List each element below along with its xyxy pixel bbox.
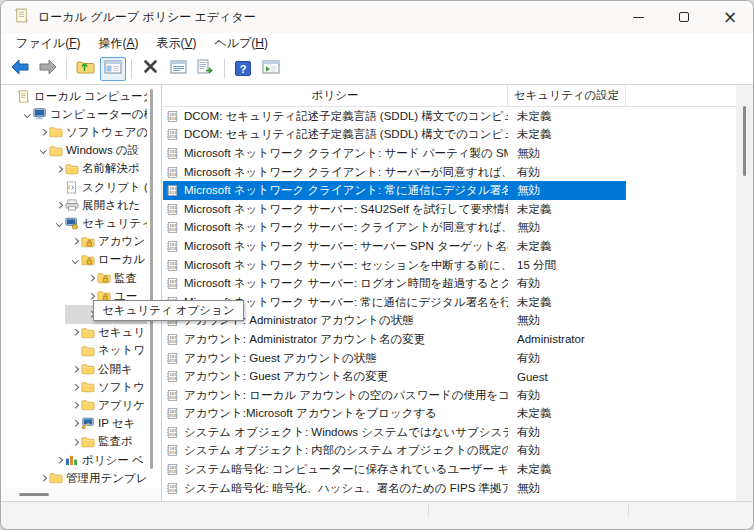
new-window-button[interactable]: [258, 57, 284, 81]
chevron-right-icon[interactable]: [69, 330, 81, 335]
tree-item-3[interactable]: ソフトウェアの設: [1, 123, 147, 141]
tree-item-8[interactable]: セキュリティ(: [1, 214, 147, 232]
policy-row-1[interactable]: 101010DCOM: セキュリティ記述子定義言語 (SDDL) 構文でのコンピ…: [163, 107, 626, 126]
console-tree-button[interactable]: [100, 57, 126, 81]
policy-icon: 101010: [166, 240, 180, 253]
list-header: ポリシー セキュリティの設定: [163, 85, 736, 107]
chevron-down-icon[interactable]: [69, 258, 81, 263]
tree-item-17[interactable]: ソフトウ: [1, 378, 147, 396]
folder-icon: [81, 345, 98, 357]
policy-row-16[interactable]: 101010アカウント: ローカル アカウントの空のパスワードの使用をコンソール…: [163, 386, 626, 405]
list-rows: 101010DCOM: セキュリティ記述子定義言語 (SDDL) 構文でのコンピ…: [163, 107, 736, 497]
tree-item-6[interactable]: スクリプト (: [1, 178, 147, 196]
tree-item-19[interactable]: IP セキ: [1, 415, 147, 433]
properties-button[interactable]: [165, 57, 191, 81]
svg-text:010: 010: [169, 414, 177, 419]
tree-item-9[interactable]: アカウン: [1, 233, 147, 251]
chevron-down-icon[interactable]: [37, 148, 49, 153]
tree-item-label: ローカル: [98, 252, 145, 267]
folder-icon: [81, 399, 98, 411]
tree-item-2[interactable]: コンピューターの構成: [1, 105, 147, 123]
app-icon: [14, 8, 29, 27]
minimize-button[interactable]: [615, 1, 661, 33]
tree-item-15[interactable]: ネットワ: [1, 342, 147, 360]
column-header-security-setting[interactable]: セキュリティの設定: [508, 85, 626, 106]
tree-item-4[interactable]: Windows の設: [1, 142, 147, 160]
chevron-down-icon[interactable]: [21, 112, 33, 117]
policy-row-2[interactable]: 101010DCOM: セキュリティ記述子定義言語 (SDDL) 構文でのコンピ…: [163, 126, 626, 145]
chevron-right-icon[interactable]: [69, 421, 81, 426]
forward-button[interactable]: [35, 57, 61, 81]
help-button[interactable]: ?: [230, 57, 256, 81]
back-icon: [10, 59, 30, 79]
chevron-right-icon[interactable]: [37, 476, 49, 481]
computer-icon: [33, 107, 50, 121]
list-vertical-scrollbar-thumb[interactable]: [743, 106, 746, 176]
policy-row-10[interactable]: 101010Microsoft ネットワーク サーバー: ログオン時間を超過する…: [163, 274, 626, 293]
policy-row-9[interactable]: 101010Microsoft ネットワーク サーバー: セッションを中断する前…: [163, 256, 626, 275]
tree-item-10[interactable]: ローカル: [1, 251, 147, 269]
menu-item-v[interactable]: 表示(V): [147, 33, 205, 54]
tree-item-11[interactable]: 監査: [1, 269, 147, 287]
svg-text:010: 010: [169, 469, 177, 474]
toolbar-separator: [224, 59, 225, 79]
policy-setting-value: 未定義: [508, 462, 626, 477]
export-list-button[interactable]: [193, 57, 219, 81]
tree-vertical-scrollbar[interactable]: [147, 89, 156, 501]
chevron-right-icon[interactable]: [53, 458, 65, 463]
minimize-icon: [633, 17, 644, 18]
policy-row-19[interactable]: 101010システム オブジェクト: 内部のシステム オブジェクトの既定のアクセ…: [163, 442, 626, 461]
policy-row-15[interactable]: 101010アカウント: Guest アカウント名の変更Guest: [163, 367, 626, 386]
tree-horizontal-scrollbar[interactable]: [1, 488, 162, 501]
policy-row-18[interactable]: 101010システム オブジェクト: Windows システムではないサブシステ…: [163, 423, 626, 442]
tree-vertical-scrollbar-thumb[interactable]: [150, 89, 153, 469]
chevron-right-icon[interactable]: [85, 276, 97, 281]
policy-row-4[interactable]: 101010Microsoft ネットワーク クライアント: サーバーが同意すれ…: [163, 163, 626, 182]
policy-row-6[interactable]: 101010Microsoft ネットワーク サーバー: S4U2Self を試…: [163, 200, 626, 219]
tree-item-5[interactable]: 名前解決ポ: [1, 160, 147, 178]
up-level-button[interactable]: [72, 57, 98, 81]
tree-item-1[interactable]: ローカル コンピューター ポ: [1, 87, 147, 105]
delete-button[interactable]: [137, 57, 163, 81]
tree-item-label: コンピューターの構成: [50, 107, 147, 122]
chevron-right-icon[interactable]: [69, 367, 81, 372]
tree-item-tooltip: セキュリティ オプション: [93, 300, 244, 321]
chevron-down-icon[interactable]: [53, 221, 65, 226]
chevron-right-icon[interactable]: [69, 440, 81, 445]
policy-row-17[interactable]: 101010アカウント:Microsoft アカウントをブロックする未定義: [163, 405, 626, 424]
policy-row-20[interactable]: 101010システム暗号化: コンピューターに保存されているユーザー キーに強力…: [163, 460, 626, 479]
chevron-right-icon[interactable]: [69, 385, 81, 390]
tree-item-20[interactable]: 監査ポ: [1, 433, 147, 451]
tree-item-16[interactable]: 公開キ: [1, 360, 147, 378]
chevron-right-icon[interactable]: [69, 239, 81, 244]
policy-row-13[interactable]: 101010アカウント: Administrator アカウント名の変更Admi…: [163, 330, 626, 349]
column-header-policy[interactable]: ポリシー: [163, 85, 508, 106]
menu-item-a[interactable]: 操作(A): [89, 33, 147, 54]
tree-horizontal-scrollbar-thumb[interactable]: [19, 493, 49, 496]
menu-item-h[interactable]: ヘルプ(H): [206, 33, 278, 54]
maximize-button[interactable]: [661, 1, 707, 33]
policy-row-5[interactable]: 101010Microsoft ネットワーク クライアント: 常に通信にデジタル…: [163, 181, 626, 200]
policy-row-14[interactable]: 101010アカウント: Guest アカウントの状態有効: [163, 349, 626, 368]
policy-icon: 101010: [166, 110, 180, 123]
tree-item-14[interactable]: セキュリ: [1, 324, 147, 342]
tree-item-18[interactable]: アプリケ: [1, 396, 147, 414]
policy-row-8[interactable]: 101010Microsoft ネットワーク サーバー: サーバー SPN ター…: [163, 237, 626, 256]
policy-row-21[interactable]: 101010システム暗号化: 暗号化、ハッシュ、署名のための FIPS 準拠アル…: [163, 479, 626, 498]
chevron-right-icon[interactable]: [85, 294, 97, 299]
chevron-right-icon[interactable]: [53, 167, 65, 172]
svg-text:010: 010: [169, 172, 177, 177]
tree-item-21[interactable]: ポリシー ベ: [1, 451, 147, 469]
policy-row-3[interactable]: 101010Microsoft ネットワーク クライアント: サード パーティ製…: [163, 144, 626, 163]
tree-item-22[interactable]: 管理用テンプレ: [1, 469, 147, 487]
policy-icon: 101010: [166, 444, 180, 457]
chevron-right-icon[interactable]: [37, 130, 49, 135]
back-button[interactable]: [7, 57, 33, 81]
policy-row-7[interactable]: 101010Microsoft ネットワーク サーバー: クライアントが同意すれ…: [163, 219, 626, 238]
chevron-right-icon[interactable]: [69, 403, 81, 408]
chevron-right-icon[interactable]: [53, 203, 65, 208]
list-vertical-scrollbar[interactable]: [736, 85, 753, 501]
tree-item-7[interactable]: 展開された: [1, 196, 147, 214]
close-button[interactable]: ×: [707, 1, 753, 33]
menu-item-f[interactable]: ファイル(F): [7, 33, 89, 54]
